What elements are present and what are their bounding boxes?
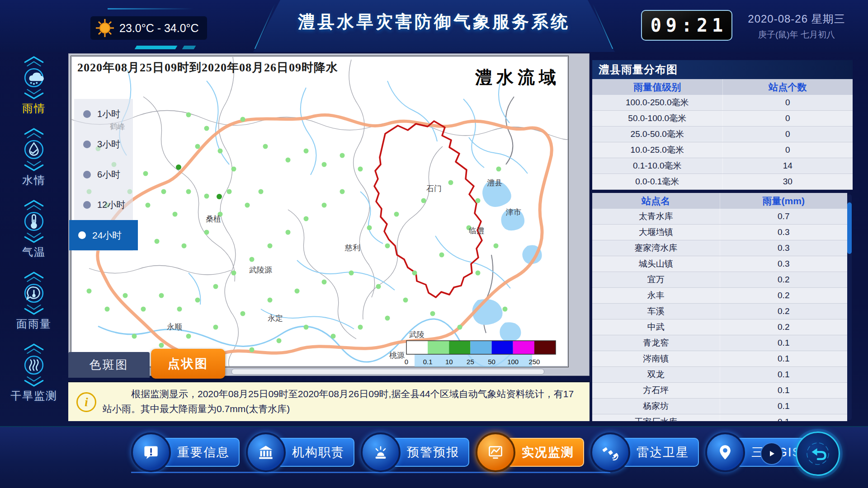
table-row: 双龙0.1 [592,367,847,383]
radio-icon [83,141,91,148]
table-cell: 0.1 [720,351,848,366]
clock-time: 09:21 [646,15,727,36]
map-period-title: 2020年08月25日09时到2020年08月26日09时降水 [77,61,338,74]
svg-text:武陵: 武陵 [409,330,425,339]
table-cell: 杨家坊 [592,399,720,414]
svg-text:慈利: 慈利 [344,244,360,252]
nav-warning-forecast[interactable]: 预警预报 [361,432,469,472]
table-cell: 50.0-100.0毫米 [592,111,722,126]
table-cell: 0.1 [720,383,848,398]
station-dots [80,113,508,352]
table-cell: 0 [722,142,853,158]
column-header: 雨量(mm) [720,193,848,209]
station-table-scrollbar-thumb[interactable] [847,202,852,254]
table-row: 太青水库0.7 [592,209,847,225]
table-cell: 0.3 [720,240,848,256]
radio-icon [83,171,91,178]
table-cell: 双龙 [592,367,720,382]
table-row: 蹇家湾水库0.3 [592,240,847,256]
nav-label: 机构职责 [277,438,354,467]
sidebar-item-rain[interactable]: 雨情 [19,55,48,116]
table-row: 10.0-25.0毫米0 [592,142,853,158]
time-range-selector: 1小时 3小时 6小时 12小时 24小时 [74,99,133,251]
nav-live-monitoring[interactable]: 实况监测 [476,432,584,472]
return-button[interactable] [796,432,840,476]
alert-bubble-icon [143,444,159,460]
notice-text: 根据监测显示，2020年08月25日09时至2020年08月26日09时,据全县… [103,387,580,416]
time-option-3h[interactable]: 3小时 [74,129,133,160]
time-option-24h[interactable]: 24小时 [69,220,138,250]
drought-icon [19,343,48,388]
sidebar-item-label: 雨情 [22,101,46,116]
table-row: 50.0-100.0毫米0 [592,111,853,127]
svg-text:桑植: 桑植 [206,215,221,223]
table-cell: 10.0-25.0毫米 [592,142,722,158]
rain-map-canvas[interactable]: 2020年08月25日09时到2020年08月26日09时降水 澧水流域 鹤峰 … [71,56,568,367]
table-cell: 0 [722,127,853,142]
table-cell: 王家厂水库 [592,414,720,421]
water-drop-icon [19,127,48,172]
svg-text:250: 250 [528,358,540,366]
table-cell: 宜万 [592,272,720,287]
column-header: 站点名 [592,193,720,209]
table-cell: 永丰 [592,288,720,303]
nav-label: 重要信息 [162,438,240,467]
place-labels: 鹤峰 桑植 石门 澧县 津市 临澧 慈利 武陵源 永顺 永定 武陵 桃源 [110,122,521,360]
svg-text:澧县: 澧县 [487,178,502,187]
table-row: 青龙窖0.1 [592,335,847,351]
dot-map-button[interactable]: 点状图 [151,349,225,379]
column-header: 站点个数 [722,79,853,95]
svg-text:武陵源: 武陵源 [249,266,272,274]
table-cell: 0 [722,95,853,110]
svg-text:永定: 永定 [268,314,283,323]
table-row: 城头山镇0.3 [592,256,847,272]
map-container: 2020年08月25日09时到2020年08月26日09时降水 澧水流域 鹤峰 … [68,53,590,376]
time-option-1h[interactable]: 1小时 [74,99,133,129]
table-cell: 太青水库 [592,209,720,224]
map-viewport[interactable]: 2020年08月25日09时到2020年08月26日09时降水 澧水流域 鹤峰 … [71,56,569,367]
sidebar-item-label: 水情 [22,173,46,188]
nav-label: 实况监测 [506,438,584,467]
table-row: 大堰垱镇0.3 [592,225,847,240]
sidebar-item-water[interactable]: 水情 [19,127,48,188]
table-row: 0.1-10.0毫米14 [592,158,853,174]
table-cell: 0.0-0.1毫米 [592,174,722,189]
time-option-12h[interactable]: 12小时 [74,190,133,220]
sidebar-item-area-rainfall[interactable]: 面雨量 [16,271,52,331]
svg-text:0: 0 [405,358,408,366]
table-cell: 0.3 [720,256,848,272]
map-horizontal-scrollbar[interactable] [231,369,544,375]
nav-responsibilities[interactable]: 机构职责 [246,432,354,472]
table-cell: 0.1-10.0毫米 [592,158,722,174]
nav-more-button[interactable] [760,442,783,465]
svg-text:桃源: 桃源 [389,351,405,360]
table-cell: 0.1 [720,335,848,351]
time-option-6h[interactable]: 6小时 [74,160,133,190]
rain-level-table: 雨量值级别 站点个数 100.0-250.0毫米050.0-100.0毫米025… [592,79,853,190]
table-cell: 青龙窖 [592,335,720,351]
station-rainfall-table: 站点名 雨量(mm) 太青水库0.7大堰垱镇0.3蹇家湾水库0.3城头山镇0.3… [592,193,847,421]
table-cell: 0.2 [720,272,848,287]
area-rain-icon [19,271,48,316]
nav-radar-satellite[interactable]: 雷达卫星 [590,432,699,472]
table-row: 王家厂水库0.1 [592,414,847,421]
table-row: 涔南镇0.1 [592,351,847,367]
date-text: 2020-08-26 星期三 [738,12,855,26]
svg-text:临澧: 临澧 [469,226,484,235]
nav-important-info[interactable]: 重要信息 [131,432,240,472]
map-top-accent [135,46,178,49]
table-cell: 蹇家湾水库 [592,240,720,256]
sidebar-item-label: 气温 [22,245,46,259]
table-row: 中武0.2 [592,319,847,335]
table-cell: 0.7 [720,209,848,224]
table-cell: 0.1 [720,399,848,414]
spot-map-button[interactable]: 色斑图 [68,352,150,378]
sidebar-item-temperature[interactable]: 气温 [19,199,48,259]
svg-text:100: 100 [507,358,519,366]
sidebar-item-drought[interactable]: 干旱监测 [10,343,57,403]
sidebar-item-label: 干旱监测 [10,389,57,403]
svg-text:50: 50 [488,358,495,366]
rain-cloud-icon [19,55,48,100]
date-widget: 2020-08-26 星期三 庚子(鼠)年 七月初八 [738,12,855,41]
clock-display: 09:21 [641,10,732,41]
